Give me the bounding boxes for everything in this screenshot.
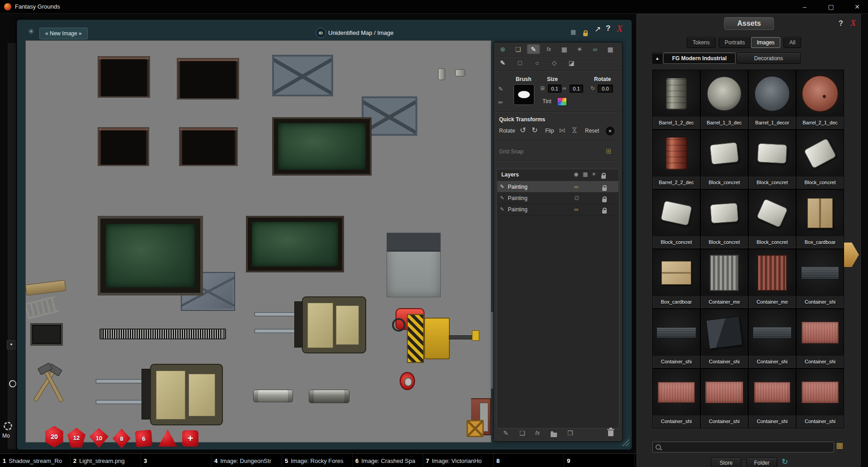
asset-item[interactable]: Barrel_1_2_dec — [652, 70, 700, 129]
grid-snap-icon[interactable]: ⊞ — [606, 148, 612, 154]
tab-new-image[interactable]: « New Image » — [39, 28, 88, 39]
tab-portraits[interactable]: Portraits — [719, 37, 751, 48]
add-folder-icon[interactable] — [551, 431, 557, 439]
hotkey-slot-5[interactable]: 5Image: Rocky Fores — [282, 454, 353, 467]
hotkey-slot-6[interactable]: 6Image: Crashed Spa — [353, 454, 423, 467]
map-canvas[interactable] — [25, 40, 491, 443]
grid-view-icon[interactable]: ▦ — [836, 442, 843, 449]
layer-link-icon[interactable]: ∞ — [574, 184, 578, 190]
asset-search-input[interactable] — [664, 443, 831, 451]
stamp-tool-icon[interactable]: ◇ — [547, 57, 561, 68]
die-d6[interactable]: 6 — [135, 429, 152, 447]
duplicate-layer-icon[interactable]: ❐ — [567, 430, 573, 436]
asset-item[interactable]: Container_shi — [748, 368, 796, 428]
asset-item[interactable]: Block_concret — [748, 129, 796, 189]
flip-vertical-icon[interactable]: ⋈ — [571, 127, 578, 133]
layer-row[interactable]: ✎ Painting ∅ — [497, 192, 618, 204]
hidden-stamp-icon[interactable] — [467, 420, 484, 437]
hotkey-slot-8[interactable]: 8 — [494, 454, 564, 467]
store-button[interactable]: Store — [711, 457, 741, 467]
tab-images[interactable]: Images — [751, 37, 780, 48]
size-x-input[interactable] — [548, 85, 561, 93]
rotate-input[interactable] — [598, 85, 613, 93]
folder-button[interactable]: Folder — [746, 457, 777, 467]
minimize-button[interactable]: – — [800, 3, 809, 10]
module-breadcrumb-button[interactable]: FG Modern Industrial — [663, 52, 736, 64]
eraser-tool-icon[interactable]: ◪ — [565, 57, 578, 68]
nav-up-button[interactable]: ▲ — [652, 52, 662, 64]
size-y-input[interactable] — [570, 85, 583, 93]
sprite-dumpster[interactable] — [177, 58, 239, 100]
asset-item[interactable]: Container_shi — [652, 368, 700, 428]
chat-grid-icon[interactable]: ▦ — [571, 29, 576, 35]
hotkey-slot-7[interactable]: 7Image: VictorianHo — [423, 454, 494, 467]
sprite-pipe[interactable] — [309, 390, 349, 403]
refresh-icon[interactable]: ↻ — [782, 458, 788, 466]
size-link-icon[interactable]: ∞ — [562, 86, 566, 91]
draw-rectangle-icon[interactable]: □ — [513, 57, 527, 68]
brush-tool-icon[interactable]: ✎ — [527, 44, 540, 54]
layers-light-icon[interactable]: ☀ — [591, 172, 596, 177]
decorations-folder-button[interactable]: Decorations — [736, 52, 801, 64]
brush-preview[interactable] — [514, 84, 534, 105]
sprite-metal-crate[interactable] — [272, 55, 333, 96]
delete-layer-icon[interactable] — [608, 430, 613, 438]
sprite-large-dumpster[interactable] — [98, 216, 203, 295]
sprite-fire-extinguisher-top[interactable] — [400, 372, 415, 390]
layer-hidden-icon[interactable]: ∅ — [574, 195, 579, 201]
add-fx-layer-icon[interactable]: fx — [535, 430, 540, 436]
settings-gear-icon[interactable] — [4, 422, 12, 432]
asset-item[interactable]: Block_concret — [748, 189, 796, 249]
asset-item[interactable]: Block_concret — [700, 189, 748, 249]
layer-lock-icon[interactable] — [602, 185, 607, 193]
asset-item[interactable]: Block_concret — [652, 189, 700, 249]
modifier-tray-label[interactable]: Mo — [2, 433, 10, 439]
asset-item[interactable]: Container_shi — [748, 309, 796, 368]
asset-item[interactable]: Box_cardboar — [652, 249, 700, 309]
sprite-green-container[interactable] — [272, 117, 372, 176]
close-button[interactable]: ✕ — [853, 3, 862, 10]
sprite-pipe-fitting[interactable] — [455, 69, 465, 76]
asset-item[interactable]: Block_concret — [700, 129, 748, 189]
layer-row[interactable]: ✎ Painting ∞ — [497, 204, 618, 215]
lock-icon[interactable] — [583, 30, 588, 38]
sprite-green-container[interactable] — [246, 216, 344, 272]
fx-tool-icon[interactable]: fx — [542, 44, 556, 54]
sprite-pipe-fitting[interactable] — [438, 68, 445, 80]
asset-item[interactable]: Container_shi — [796, 309, 844, 368]
asset-item[interactable]: Barrel_2_2_dec — [652, 129, 700, 189]
link-tool-icon[interactable]: ∞ — [588, 44, 602, 54]
asset-item[interactable]: Container_shi — [652, 309, 700, 368]
layers-grid-icon[interactable]: ▦ — [583, 172, 588, 177]
sprite-dumpster[interactable] — [98, 127, 149, 166]
hotkey-slot-4[interactable]: 4Image: DungeonStr — [212, 454, 282, 467]
tab-tokens[interactable]: Tokens — [687, 37, 716, 48]
hotkey-slot-2[interactable]: 2Light_stream.png — [71, 454, 141, 467]
asset-item[interactable]: Box_cardboar — [796, 189, 844, 249]
maximize-button[interactable]: ▢ — [826, 3, 835, 10]
hotkey-slot-9[interactable]: 9 — [564, 454, 635, 467]
reset-button[interactable]: ✕ — [606, 127, 614, 135]
grid-settings-icon[interactable]: ▦ — [604, 44, 617, 54]
flip-horizontal-icon[interactable]: ⋈ — [559, 127, 566, 133]
asset-item[interactable]: Container_me — [700, 249, 748, 309]
asset-item[interactable]: Barrel_1_3_dec — [700, 70, 748, 129]
sprite-small-crate[interactable] — [30, 323, 63, 346]
tint-color-swatch[interactable] — [557, 97, 567, 106]
asset-item[interactable]: Container_shi — [796, 249, 844, 309]
panel-expand-tab[interactable] — [844, 243, 859, 267]
compass-icon[interactable]: ✳ — [28, 28, 34, 35]
layers-lock-icon[interactable] — [601, 172, 606, 181]
assets-close-icon[interactable]: X — [850, 18, 856, 28]
rotate-cw-icon[interactable]: ↻ — [532, 127, 538, 134]
hotkey-slot-3[interactable]: 3 — [141, 454, 212, 467]
sprite-sledgehammers[interactable] — [30, 363, 70, 406]
brush-edit-icon[interactable]: ✏ — [498, 100, 503, 105]
globe-tool-icon[interactable]: ⊕ — [496, 44, 509, 54]
grid-tool-icon[interactable]: ▦ — [557, 44, 571, 54]
assets-help-icon[interactable]: ? — [839, 20, 843, 27]
radial-menu-icon[interactable] — [9, 380, 16, 387]
sprite-pipe[interactable] — [253, 390, 293, 402]
sprite-forklift[interactable] — [255, 294, 365, 354]
add-group-icon[interactable]: ❏ — [519, 430, 525, 436]
